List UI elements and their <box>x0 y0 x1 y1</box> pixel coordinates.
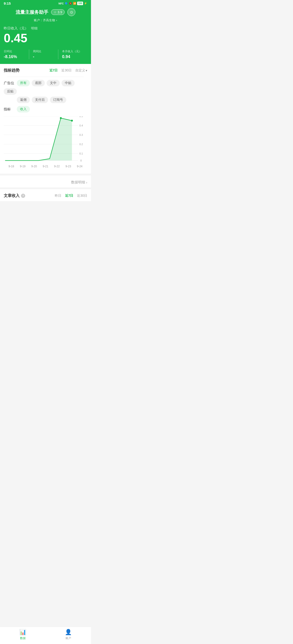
tab-30days[interactable]: 近30日 <box>61 68 72 72</box>
data-detail-section: 数据明细 › <box>0 176 91 187</box>
stat-monthly-value: 0.94 <box>62 54 84 59</box>
x-label-5: 9-23 <box>66 165 71 168</box>
x-label-1: 9-19 <box>20 165 26 168</box>
ad-position-filter: 广告位 所有 底部 文中 中贴 后贴 <box>4 80 87 95</box>
svg-text:0.2: 0.2 <box>79 143 83 146</box>
stat-daily: 日环比 -8.16% <box>4 50 29 59</box>
app-title: 流量主服务助手 <box>16 9 48 16</box>
tag-afterpay[interactable]: 支付后 <box>32 96 48 103</box>
tab-7days[interactable]: 近7日 <box>50 68 58 72</box>
bluetooth-icon: 🔷 <box>64 2 68 5</box>
data-detail-text: 数据明细 <box>71 180 85 184</box>
article-tabs: 昨日 近7日 近30日 <box>55 194 87 198</box>
income-value: 0.45 <box>4 32 87 45</box>
svg-text:0.1: 0.1 <box>79 152 83 155</box>
stat-weekly-value: - <box>33 54 54 59</box>
rating-value: 3.9 <box>58 10 62 14</box>
data-detail-chevron: › <box>86 180 87 184</box>
no-sound-icon: 🔕 <box>69 2 72 5</box>
stat-weekly: 周同比 - <box>29 50 58 59</box>
header-top-row: 流量主服务助手 ☆ 3.9 ⊙ <box>4 8 87 16</box>
article-income-section: 文章收入 ? 昨日 近7日 近30日 <box>0 189 91 201</box>
article-tab-7days[interactable]: 近7日 <box>65 194 74 198</box>
article-income-title: 文章收入 ? <box>4 193 25 198</box>
stat-weekly-label: 周同比 <box>33 50 54 54</box>
svg-text:0: 0 <box>80 159 82 162</box>
rating-badge[interactable]: ☆ 3.9 <box>51 9 64 15</box>
metric-label: 指标 <box>4 107 15 112</box>
star-icon: ☆ <box>54 10 57 14</box>
x-label-3: 9-21 <box>43 165 48 168</box>
tag-subscription[interactable]: 订阅号 <box>50 96 66 103</box>
data-detail-row[interactable]: 数据明细 › <box>4 177 87 186</box>
tag-intext[interactable]: 文中 <box>47 80 60 86</box>
article-income-header: 文章收入 ? 昨日 近7日 近30日 <box>0 189 91 201</box>
chart-container: 0.5 0.4 0.3 0.2 0.1 0 9-18 9-19 9-20 9-2… <box>4 116 87 168</box>
stat-daily-label: 日环比 <box>4 50 25 54</box>
tab-custom[interactable]: 自定义 ▾ <box>75 68 87 72</box>
chart-x-labels: 9-18 9-19 9-20 9-21 9-22 9-23 9-24 <box>4 164 87 168</box>
stat-daily-value: -8.16% <box>4 54 25 59</box>
svg-marker-12 <box>5 118 72 160</box>
svg-text:0.3: 0.3 <box>79 134 83 136</box>
chart-svg: 0.5 0.4 0.3 0.2 0.1 0 <box>4 116 87 163</box>
account-chevron: › <box>56 18 57 22</box>
record-icon: ⊙ <box>70 10 73 14</box>
tag-bottom[interactable]: 底部 <box>32 80 45 86</box>
x-label-0: 9-18 <box>8 165 14 168</box>
svg-text:0.5: 0.5 <box>79 116 83 118</box>
ad-position-label: 广告位 <box>4 81 15 86</box>
status-bar: 9:15 NFC 🔷 🔕 📶 100 ⚡ <box>0 0 91 6</box>
signal-icon: 📶 <box>73 2 76 5</box>
dropdown-icon: ▾ <box>86 68 87 72</box>
charging-icon: ⚡ <box>84 2 87 5</box>
stat-monthly: 本月收入（元） 0.94 <box>58 50 87 59</box>
account-label: 账户：齐高生物 <box>34 18 55 22</box>
tag-all[interactable]: 所有 <box>17 80 30 86</box>
income-stats: 日环比 -8.16% 周同比 - 本月收入（元） 0.94 <box>4 50 87 59</box>
ad-position-filter-row2: 返佣 支付后 订阅号 <box>4 96 87 103</box>
article-tab-yesterday[interactable]: 昨日 <box>55 194 61 198</box>
x-label-4: 9-22 <box>54 165 60 168</box>
tag-endpost[interactable]: 后贴 <box>4 88 17 95</box>
trend-tabs: 近7日 近30日 自定义 ▾ <box>50 68 87 72</box>
status-icons: NFC 🔷 🔕 📶 100 ⚡ <box>58 2 87 5</box>
help-icon[interactable]: ? <box>21 194 25 198</box>
svg-point-13 <box>60 117 62 119</box>
svg-point-14 <box>71 120 73 122</box>
tag-midpost[interactable]: 中贴 <box>62 80 75 86</box>
tag-rebate[interactable]: 返佣 <box>17 96 30 103</box>
status-time: 9:15 <box>4 2 11 5</box>
trend-section: 指标趋势 近7日 近30日 自定义 ▾ 广告位 所有 底部 文中 中贴 后贴 返… <box>0 64 91 174</box>
x-label-6: 9-24 <box>77 165 82 168</box>
stat-monthly-label: 本月收入（元） <box>62 50 84 54</box>
record-button[interactable]: ⊙ <box>68 8 75 16</box>
trend-header: 指标趋势 近7日 近30日 自定义 ▾ <box>4 68 87 73</box>
nfc-icon: NFC <box>58 2 64 5</box>
account-row[interactable]: 账户：齐高生物 › <box>4 18 87 22</box>
x-label-2: 9-20 <box>31 165 37 168</box>
header-section: 流量主服务助手 ☆ 3.9 ⊙ 账户：齐高生物 › 昨日收入（元） 明细 0.4… <box>0 6 91 64</box>
svg-text:0.4: 0.4 <box>79 124 83 127</box>
income-label: 昨日收入（元） 明细 <box>4 26 87 30</box>
tag-income[interactable]: 收入 <box>17 106 30 112</box>
trend-title: 指标趋势 <box>4 68 20 73</box>
article-tab-30days[interactable]: 近30日 <box>77 194 87 198</box>
detail-link[interactable]: 明细 <box>31 26 38 30</box>
metric-filter: 指标 收入 <box>4 106 87 112</box>
battery-indicator: 100 <box>77 2 83 5</box>
